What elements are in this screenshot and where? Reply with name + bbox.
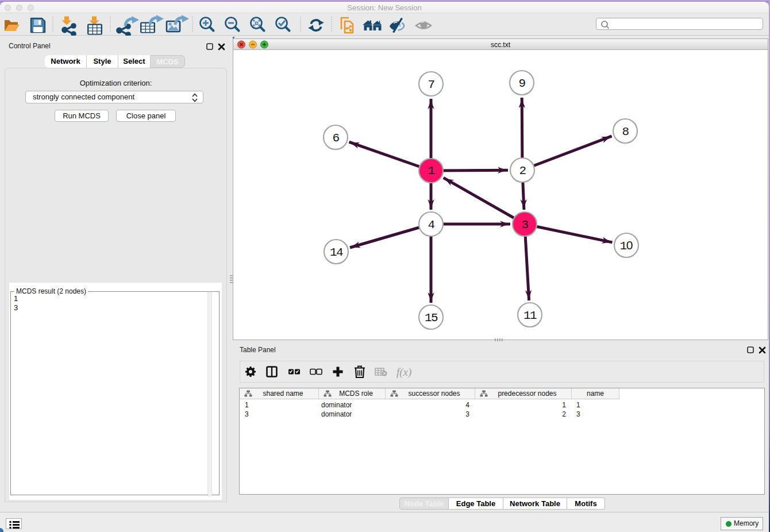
svg-text:15: 15 [425, 311, 438, 325]
svg-text:f(x): f(x) [396, 366, 411, 379]
svg-text:4: 4 [428, 218, 434, 232]
svg-text:9: 9 [518, 77, 525, 90]
svg-text:3: 3 [521, 218, 528, 232]
svg-text:11: 11 [523, 309, 537, 322]
svg-text:1: 1 [428, 164, 434, 178]
svg-text:2: 2 [519, 164, 526, 178]
svg-text:10: 10 [620, 238, 633, 253]
svg-text:14: 14 [330, 246, 343, 259]
svg-text:8: 8 [622, 125, 629, 138]
svg-text:7: 7 [428, 78, 434, 91]
svg-text:6: 6 [332, 132, 339, 145]
